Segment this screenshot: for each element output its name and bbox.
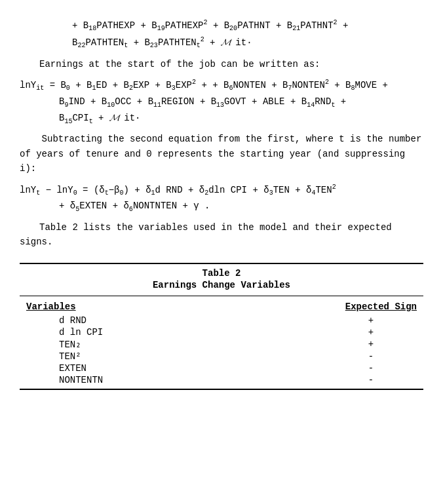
variable-name: TEN₂ <box>59 339 81 350</box>
expected-sign: - <box>364 351 417 362</box>
expected-sign: - <box>364 375 417 385</box>
table-row: EXTEN- <box>20 362 423 374</box>
expected-sign: - <box>364 363 417 374</box>
equation-block-1: + B18PATHEXP + B19PATHEXP2 + B20PATHNT +… <box>20 17 423 52</box>
variable-name: TEN² <box>59 351 81 362</box>
variable-name: d ln CPI <box>59 327 103 338</box>
table-rows: d RND+d ln CPI+TEN₂+TEN²-EXTEN-NONTENTN- <box>20 315 423 386</box>
eq1-line2: B22PATHTENt + B23PATHTENt2 + 𝓜 it· <box>20 34 423 51</box>
expected-sign: + <box>364 327 417 338</box>
variable-name: EXTEN <box>59 363 87 374</box>
eq3-line1: lnYt − lnY0 = (δt−β0) + δ1d RND + δ2dln … <box>20 182 423 199</box>
table-subtitle: Earnings Change Variables <box>20 280 423 293</box>
col-variables-header: Variables <box>26 301 76 312</box>
eq2-line1: lnYit = B0 + B1ED + B2EXP + B3EXP2 + + B… <box>20 77 423 94</box>
variable-name: d RND <box>59 315 87 326</box>
expected-sign: + <box>364 339 417 350</box>
eq1-line1: + B18PATHEXP + B19PATHEXP2 + B20PATHNT +… <box>20 17 423 34</box>
table-row: TEN²- <box>20 351 423 362</box>
prose-2: Subtracting the second equation from the… <box>20 132 423 176</box>
equation-block-2: lnYit = B0 + B1ED + B2EXP + B3EXP2 + + B… <box>20 77 423 126</box>
table-row: d RND+ <box>20 315 423 326</box>
table-title: Table 2 <box>20 264 423 280</box>
equation-block-3: lnYt − lnY0 = (δt−β0) + δ1d RND + δ2dln … <box>20 182 423 215</box>
table-row: d ln CPI+ <box>20 326 423 338</box>
col-sign-header: Expected Sign <box>345 301 417 312</box>
table-header-row: Variables Expected Sign <box>20 299 423 315</box>
table-bottom-border <box>20 389 423 390</box>
variable-name: NONTENTN <box>59 375 103 385</box>
table-row: NONTENTN- <box>20 374 423 386</box>
page-content: + B18PATHEXP + B19PATHEXP2 + B20PATHNT +… <box>20 17 423 390</box>
prose-3: Table 2 lists the variables used in the … <box>20 220 423 250</box>
prose-1: Earnings at the start of the job can be … <box>20 57 423 71</box>
table-2: Table 2 Earnings Change Variables Variab… <box>20 263 423 390</box>
eq2-line2: B9IND + B10OCC + B11REGION + B13GOVT + A… <box>20 94 423 111</box>
expected-sign: + <box>364 315 417 326</box>
eq3-line2: + δ5EXTEN + δ6NONTNTEN + γ . <box>20 199 423 215</box>
eq2-line3: B15CPIt + 𝓜 it· <box>20 111 423 127</box>
table-sub-border <box>20 296 423 296</box>
table-row: TEN₂+ <box>20 338 423 351</box>
